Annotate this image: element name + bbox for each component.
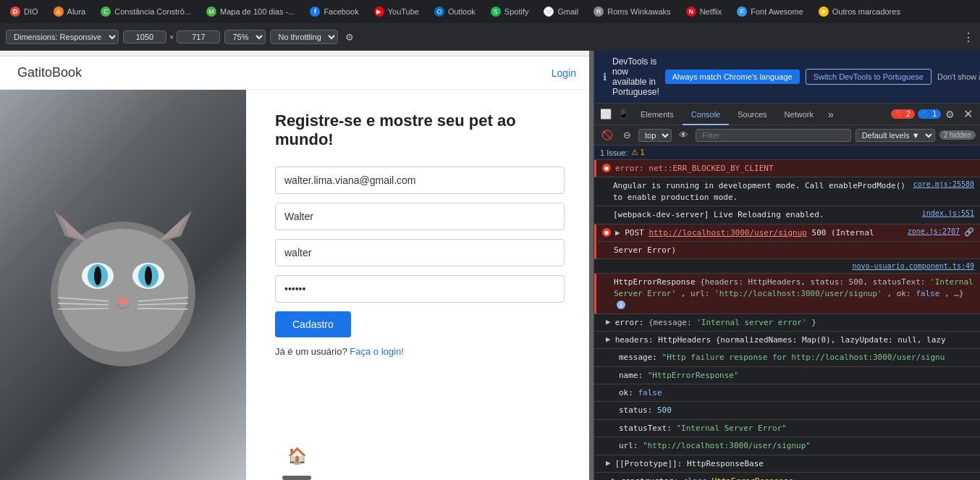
- tab-constancia[interactable]: C Constância Constrô...: [93, 1, 198, 22]
- filter-icon[interactable]: ⊖: [620, 128, 634, 142]
- log-source-link[interactable]: index.js:551: [922, 209, 974, 217]
- tab-dio-label: DIO: [24, 7, 38, 16]
- dimensions-section: Dimensions: Responsive: [6, 30, 119, 44]
- warning-count-badge[interactable]: 🔵 1: [918, 109, 941, 119]
- clear-console-icon[interactable]: 🚫: [599, 128, 616, 142]
- tab-netflix[interactable]: N Netflix: [679, 1, 730, 22]
- submit-button[interactable]: Cadastro: [275, 311, 351, 337]
- tab-youtube[interactable]: ▶ YouTube: [367, 1, 426, 22]
- tab-spotify[interactable]: S Spotify: [483, 1, 536, 22]
- hidden-count-badge: 2 hidden: [939, 130, 976, 140]
- alura-icon: a: [54, 7, 64, 17]
- error-badges: 🔴 2 🔵 1: [891, 109, 941, 119]
- tab-roms[interactable]: R Roms Winkawaks: [586, 1, 677, 22]
- devtools-toolbar2: 🚫 ⊖ top 👁 Default levels ▼ 2 hidden: [594, 125, 980, 146]
- tab-sources[interactable]: Sources: [729, 104, 775, 125]
- webpage-header: GatitoBook Login: [0, 56, 594, 90]
- cat-image: [0, 90, 246, 480]
- tab-gmail-label: Gmail: [557, 7, 578, 16]
- tab-elements[interactable]: Elements: [632, 104, 683, 125]
- eye-icon[interactable]: 👁: [676, 128, 691, 142]
- devtools-close-button[interactable]: ✕: [959, 107, 977, 121]
- log-entry-prop: ok: false: [594, 384, 980, 402]
- log-entry-prop: status: 500: [594, 402, 980, 419]
- tab-facebook[interactable]: f Facebook: [303, 1, 366, 22]
- error-count-badge[interactable]: 🔴 2: [891, 109, 914, 119]
- devtools-panel: ℹ DevTools is now available in Portugues…: [594, 51, 980, 480]
- app-logo: GatitoBook: [17, 65, 82, 80]
- log-entry-prop: statusText: "Internal Server Error": [594, 420, 980, 437]
- tab-console[interactable]: Console: [683, 104, 729, 125]
- vertical-resize[interactable]: [589, 51, 594, 480]
- throttling-select[interactable]: No throttling: [270, 30, 338, 44]
- devtools-settings-icon[interactable]: ⚙: [941, 109, 959, 120]
- log-entry-cont: Server Error): [594, 242, 980, 259]
- username-field[interactable]: [275, 239, 565, 266]
- tab-network[interactable]: Network: [776, 104, 822, 125]
- match-language-button[interactable]: Always match Chrome's language: [665, 70, 800, 84]
- cat-image-container: [0, 90, 246, 480]
- svg-point-5: [58, 229, 188, 352]
- log-source-link[interactable]: zone.js:2707: [908, 227, 960, 235]
- issues-count[interactable]: ⚠ 1: [631, 148, 645, 157]
- tab-fontawesome[interactable]: F Font Awesome: [730, 1, 811, 22]
- log-entry-object: HttpErrorResponse {headers: HttpHeaders,…: [594, 274, 980, 313]
- tabs-more-button[interactable]: »: [822, 109, 840, 120]
- tab-gmail[interactable]: M Gmail: [536, 1, 586, 22]
- tab-youtube-label: YouTube: [388, 7, 419, 16]
- tab-outlook[interactable]: O Outlook: [427, 1, 483, 22]
- resize-handle[interactable]: [282, 476, 311, 480]
- more-options-button[interactable]: ⋮: [963, 30, 974, 44]
- console-filter-input[interactable]: [696, 129, 851, 142]
- size-section: 1050 × 717: [123, 30, 220, 43]
- spotify-icon: S: [491, 7, 501, 17]
- inspect-icon[interactable]: ⬜: [597, 107, 614, 121]
- svg-point-11: [145, 266, 152, 285]
- dimensions-select[interactable]: Dimensions: Responsive: [6, 30, 119, 44]
- tab-outros-label: Outros marcadores: [832, 7, 900, 16]
- component-source-link[interactable]: novo-usuario.component.ts:49: [852, 262, 974, 270]
- constancia-icon: C: [101, 7, 111, 17]
- login-link2[interactable]: Faça o login!: [350, 346, 403, 357]
- name-field[interactable]: [275, 203, 565, 230]
- netflix-icon: N: [686, 7, 696, 17]
- tab-alura[interactable]: a Alura: [46, 1, 93, 22]
- tab-dio[interactable]: D DIO: [3, 1, 46, 22]
- email-field[interactable]: [275, 167, 565, 194]
- tab-mapa[interactable]: M Mapa de 100 dias -...: [199, 1, 302, 22]
- svg-line-15: [58, 308, 109, 309]
- login-link[interactable]: Login: [552, 67, 576, 79]
- devtools-tabs: ⬜ 📱 Elements Console Sources Network » 🔴…: [594, 104, 980, 125]
- form-title: Registre-se e mostre seu pet ao mundo!: [275, 111, 565, 149]
- dismiss-button[interactable]: Don't show again: [937, 72, 980, 81]
- switch-language-button[interactable]: Switch DevTools to Portuguese: [806, 69, 932, 85]
- settings-icon[interactable]: ⚙: [342, 30, 357, 44]
- tab-spotify-label: Spotify: [504, 7, 529, 16]
- registration-form: Registre-se e mostre seu pet ao mundo! C…: [246, 90, 594, 480]
- webpage-footer: 🏠: [287, 447, 307, 466]
- height-input[interactable]: 717: [177, 30, 220, 43]
- log-level-select[interactable]: Default levels ▼: [856, 129, 935, 142]
- gmail-icon: M: [544, 7, 554, 17]
- tab-bar: D DIO a Alura C Constância Constrô... M …: [0, 0, 980, 23]
- top-context-select[interactable]: top: [638, 129, 672, 142]
- log-source-link[interactable]: core.mjs:25580: [913, 180, 974, 188]
- width-input[interactable]: 1050: [123, 30, 166, 43]
- info-badge[interactable]: i: [617, 300, 625, 309]
- tab-netflix-label: Netflix: [700, 7, 722, 16]
- device-icon[interactable]: 📱: [614, 107, 632, 121]
- link-icon[interactable]: 🔗: [964, 227, 974, 237]
- log-entry-prop: url: "http://localhost:3000/user/signup": [594, 437, 980, 455]
- log-entry-prop: name: "HttpErrorResponse": [594, 367, 980, 384]
- error-icon: ●: [602, 164, 611, 172]
- browser-toolbar: Dimensions: Responsive 1050 × 717 75% No…: [0, 23, 980, 51]
- tab-outros[interactable]: ★ Outros marcadores: [811, 1, 908, 22]
- zoom-select[interactable]: 75%: [224, 30, 266, 44]
- log-entry: ● error: net::ERR_BLOCKED_BY_CLIENT: [594, 160, 980, 177]
- zoom-section: 75%: [224, 30, 266, 44]
- outlook-icon: O: [434, 7, 444, 17]
- tab-constancia-label: Constância Constrô...: [114, 7, 191, 16]
- x-separator: ×: [169, 33, 174, 41]
- password-field[interactable]: [275, 275, 565, 303]
- home-icon[interactable]: 🏠: [287, 447, 307, 465]
